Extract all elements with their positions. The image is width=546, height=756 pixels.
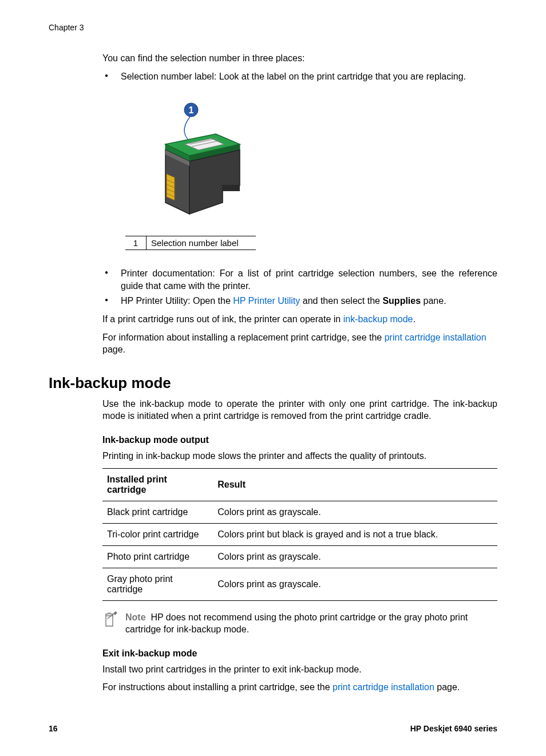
ink-backup-table: Installed print cartridge Result Black p…	[102, 468, 497, 601]
chapter-label: Chapter 3	[49, 23, 497, 32]
table-header: Installed print cartridge	[102, 468, 213, 501]
table-cell: Black print cartridge	[102, 501, 213, 523]
table-cell: Colors print but black is grayed and is …	[213, 523, 497, 545]
table-cell: Gray photo print cartridge	[102, 568, 213, 600]
note-block: Note HP does not recommend using the pho…	[102, 611, 497, 636]
paragraph: For instructions about installing a prin…	[102, 681, 497, 694]
text: page.	[434, 682, 460, 692]
table-row: Black print cartridge Colors print as gr…	[102, 501, 497, 523]
list-item: Printer documentation: For a list of pri…	[102, 267, 497, 292]
intro-paragraph: You can find the selection number in thr…	[102, 52, 497, 65]
paragraph: For information about installing a repla…	[102, 331, 497, 356]
paragraph: Install two print cartridges in the prin…	[102, 663, 497, 676]
table-row: Photo print cartridge Colors print as gr…	[102, 545, 497, 568]
table-header: Result	[213, 468, 497, 501]
table-row: Gray photo print cartridge Colors print …	[102, 568, 497, 600]
svg-marker-10	[223, 185, 240, 191]
paragraph: Printing in ink-backup mode slows the pr…	[102, 450, 497, 462]
text: HP Printer Utility: Open the	[121, 296, 233, 306]
figure-caption-num: 1	[125, 236, 147, 250]
paragraph: If a print cartridge runs out of ink, th…	[102, 313, 497, 326]
text: HP does not recommend using the photo pr…	[125, 612, 468, 635]
cartridge-image: 1	[125, 100, 246, 231]
text: and then select the	[300, 296, 382, 306]
table-row: Tri-color print cartridge Colors print b…	[102, 523, 497, 545]
svg-marker-9	[189, 150, 240, 214]
text-bold: Supplies	[382, 296, 421, 306]
table-cell: Colors print as grayscale.	[213, 501, 497, 523]
text: page.	[102, 345, 125, 354]
bullet-list-top: Selection number label: Look at the labe…	[102, 70, 497, 83]
list-item: Selection number label: Look at the labe…	[102, 70, 497, 83]
text: pane.	[421, 296, 446, 306]
page-footer: 16 HP Deskjet 6940 series	[49, 724, 497, 733]
hp-printer-utility-link[interactable]: HP Printer Utility	[233, 296, 300, 306]
table-cell: Colors print as grayscale.	[213, 545, 497, 568]
table-cell: Tri-color print cartridge	[102, 523, 213, 545]
svg-text:1: 1	[189, 105, 194, 115]
text: For instructions about installing a prin…	[102, 682, 333, 692]
page-number: 16	[49, 724, 58, 733]
list-item: HP Printer Utility: Open the HP Printer …	[102, 295, 497, 307]
paragraph: Use the ink-backup mode to operate the p…	[102, 398, 497, 422]
figure-caption-label: Selection number label	[147, 236, 256, 250]
subheading-exit: Exit ink-backup mode	[102, 648, 497, 659]
text: .	[413, 314, 416, 324]
table-cell: Colors print as grayscale.	[213, 568, 497, 600]
ink-backup-mode-link[interactable]: ink-backup mode	[343, 314, 413, 324]
heading-ink-backup-mode: Ink-backup mode	[49, 374, 497, 392]
table-cell: Photo print cartridge	[102, 545, 213, 568]
text: For information about installing a repla…	[102, 333, 385, 342]
figure-caption: 1 Selection number label	[125, 236, 256, 250]
note-text: Note HP does not recommend using the pho…	[125, 611, 497, 636]
product-name: HP Deskjet 6940 series	[410, 724, 497, 733]
bullet-list-mid: Printer documentation: For a list of pri…	[102, 267, 497, 307]
print-cartridge-installation-link[interactable]: print cartridge installation	[333, 682, 434, 692]
subheading-output: Ink-backup mode output	[102, 435, 497, 445]
text: If a print cartridge runs out of ink, th…	[102, 314, 343, 324]
note-icon	[102, 611, 117, 628]
print-cartridge-installation-link[interactable]: print cartridge installation	[385, 333, 486, 342]
note-label: Note	[125, 612, 146, 622]
figure-cartridge: 1	[125, 100, 497, 250]
